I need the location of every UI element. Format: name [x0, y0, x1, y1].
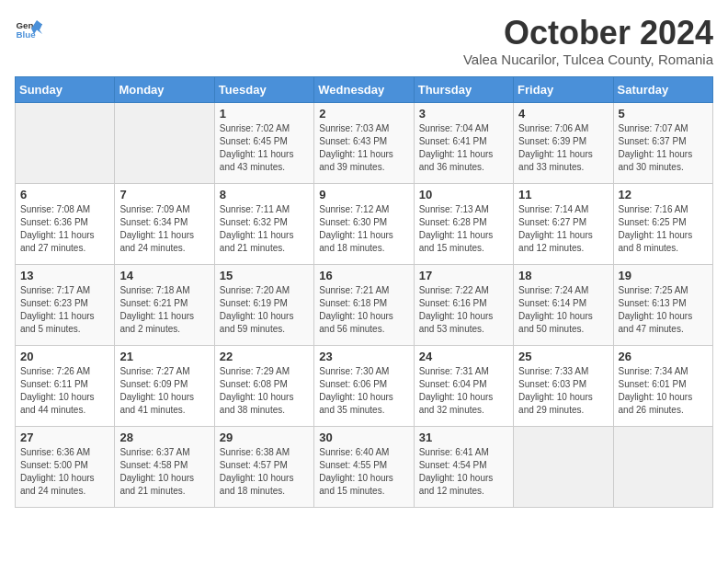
calendar-week-row: 27Sunrise: 6:36 AM Sunset: 5:00 PM Dayli… — [16, 426, 713, 507]
day-number: 15 — [220, 269, 309, 282]
day-info: Sunrise: 7:34 AM Sunset: 6:01 PM Dayligh… — [619, 365, 708, 417]
day-info: Sunrise: 7:24 AM Sunset: 6:14 PM Dayligh… — [518, 284, 608, 336]
calendar-cell: 2Sunrise: 7:03 AM Sunset: 6:43 PM Daylig… — [314, 102, 414, 183]
month-title: October 2024 — [463, 15, 713, 52]
day-number: 29 — [220, 431, 309, 444]
calendar-cell: 24Sunrise: 7:31 AM Sunset: 6:04 PM Dayli… — [414, 345, 513, 426]
calendar-cell — [613, 426, 712, 507]
weekday-header-saturday: Saturday — [613, 76, 712, 102]
calendar-cell: 28Sunrise: 6:37 AM Sunset: 4:58 PM Dayli… — [115, 426, 214, 507]
day-number: 22 — [220, 350, 309, 363]
calendar-week-row: 13Sunrise: 7:17 AM Sunset: 6:23 PM Dayli… — [16, 264, 713, 345]
page-header: General Blue October 2024 Valea Nucarilo… — [15, 15, 713, 67]
day-number: 21 — [119, 350, 209, 363]
calendar-cell: 26Sunrise: 7:34 AM Sunset: 6:01 PM Dayli… — [613, 345, 712, 426]
calendar-cell — [514, 426, 613, 507]
calendar-cell: 7Sunrise: 7:09 AM Sunset: 6:34 PM Daylig… — [115, 183, 214, 264]
day-number: 16 — [319, 269, 408, 282]
day-info: Sunrise: 7:25 AM Sunset: 6:13 PM Dayligh… — [619, 284, 708, 336]
calendar-cell: 10Sunrise: 7:13 AM Sunset: 6:28 PM Dayli… — [414, 183, 513, 264]
day-info: Sunrise: 6:41 AM Sunset: 4:54 PM Dayligh… — [419, 446, 508, 498]
day-number: 26 — [619, 350, 708, 363]
calendar-cell — [16, 102, 115, 183]
calendar-cell: 3Sunrise: 7:04 AM Sunset: 6:41 PM Daylig… — [414, 102, 513, 183]
weekday-header-monday: Monday — [115, 76, 214, 102]
calendar-cell: 25Sunrise: 7:33 AM Sunset: 6:03 PM Dayli… — [514, 345, 613, 426]
day-number: 30 — [319, 431, 408, 444]
day-info: Sunrise: 7:26 AM Sunset: 6:11 PM Dayligh… — [20, 365, 109, 417]
day-number: 17 — [419, 269, 508, 282]
day-info: Sunrise: 7:16 AM Sunset: 6:25 PM Dayligh… — [619, 203, 708, 255]
calendar-cell: 21Sunrise: 7:27 AM Sunset: 6:09 PM Dayli… — [115, 345, 214, 426]
day-number: 10 — [419, 188, 508, 201]
day-info: Sunrise: 6:36 AM Sunset: 5:00 PM Dayligh… — [20, 446, 109, 498]
day-info: Sunrise: 7:29 AM Sunset: 6:08 PM Dayligh… — [220, 365, 309, 417]
day-info: Sunrise: 7:11 AM Sunset: 6:32 PM Dayligh… — [220, 203, 309, 255]
day-number: 31 — [419, 431, 508, 444]
day-info: Sunrise: 7:27 AM Sunset: 6:09 PM Dayligh… — [119, 365, 209, 417]
day-number: 5 — [619, 107, 708, 121]
calendar-week-row: 1Sunrise: 7:02 AM Sunset: 6:45 PM Daylig… — [16, 102, 713, 183]
day-number: 2 — [319, 107, 408, 121]
calendar-cell: 6Sunrise: 7:08 AM Sunset: 6:36 PM Daylig… — [16, 183, 115, 264]
calendar-cell: 31Sunrise: 6:41 AM Sunset: 4:54 PM Dayli… — [414, 426, 513, 507]
calendar-cell: 20Sunrise: 7:26 AM Sunset: 6:11 PM Dayli… — [16, 345, 115, 426]
calendar-cell: 27Sunrise: 6:36 AM Sunset: 5:00 PM Dayli… — [16, 426, 115, 507]
calendar-cell: 19Sunrise: 7:25 AM Sunset: 6:13 PM Dayli… — [613, 264, 712, 345]
weekday-header-sunday: Sunday — [16, 76, 115, 102]
day-number: 27 — [20, 431, 109, 444]
weekday-header-friday: Friday — [514, 76, 613, 102]
calendar-cell: 14Sunrise: 7:18 AM Sunset: 6:21 PM Dayli… — [115, 264, 214, 345]
weekday-header-tuesday: Tuesday — [214, 76, 313, 102]
day-number: 8 — [220, 188, 309, 201]
calendar-cell: 17Sunrise: 7:22 AM Sunset: 6:16 PM Dayli… — [414, 264, 513, 345]
day-number: 18 — [518, 269, 608, 282]
calendar-cell: 1Sunrise: 7:02 AM Sunset: 6:45 PM Daylig… — [214, 102, 313, 183]
day-info: Sunrise: 7:17 AM Sunset: 6:23 PM Dayligh… — [20, 284, 109, 336]
weekday-header-thursday: Thursday — [414, 76, 513, 102]
day-info: Sunrise: 7:31 AM Sunset: 6:04 PM Dayligh… — [419, 365, 508, 417]
day-info: Sunrise: 7:03 AM Sunset: 6:43 PM Dayligh… — [319, 122, 408, 174]
calendar-week-row: 20Sunrise: 7:26 AM Sunset: 6:11 PM Dayli… — [16, 345, 713, 426]
day-info: Sunrise: 7:13 AM Sunset: 6:28 PM Dayligh… — [419, 203, 508, 255]
day-info: Sunrise: 7:04 AM Sunset: 6:41 PM Dayligh… — [419, 122, 508, 174]
day-info: Sunrise: 7:33 AM Sunset: 6:03 PM Dayligh… — [518, 365, 608, 417]
day-number: 28 — [119, 431, 209, 444]
calendar-cell: 5Sunrise: 7:07 AM Sunset: 6:37 PM Daylig… — [613, 102, 712, 183]
weekday-header-row: SundayMondayTuesdayWednesdayThursdayFrid… — [16, 76, 713, 102]
day-info: Sunrise: 7:18 AM Sunset: 6:21 PM Dayligh… — [119, 284, 209, 336]
day-info: Sunrise: 7:02 AM Sunset: 6:45 PM Dayligh… — [220, 122, 309, 174]
calendar-cell: 12Sunrise: 7:16 AM Sunset: 6:25 PM Dayli… — [613, 183, 712, 264]
calendar-cell — [115, 102, 214, 183]
day-info: Sunrise: 7:06 AM Sunset: 6:39 PM Dayligh… — [518, 122, 608, 174]
day-number: 6 — [20, 188, 109, 201]
day-info: Sunrise: 6:38 AM Sunset: 4:57 PM Dayligh… — [220, 446, 309, 498]
day-info: Sunrise: 7:14 AM Sunset: 6:27 PM Dayligh… — [518, 203, 608, 255]
calendar-cell: 15Sunrise: 7:20 AM Sunset: 6:19 PM Dayli… — [214, 264, 313, 345]
logo-icon: General Blue — [15, 15, 42, 42]
day-info: Sunrise: 7:09 AM Sunset: 6:34 PM Dayligh… — [119, 203, 209, 255]
day-info: Sunrise: 7:07 AM Sunset: 6:37 PM Dayligh… — [619, 122, 708, 174]
day-number: 12 — [619, 188, 708, 201]
day-number: 20 — [20, 350, 109, 363]
day-info: Sunrise: 7:20 AM Sunset: 6:19 PM Dayligh… — [220, 284, 309, 336]
day-number: 9 — [319, 188, 408, 201]
day-number: 24 — [419, 350, 508, 363]
calendar-cell: 16Sunrise: 7:21 AM Sunset: 6:18 PM Dayli… — [314, 264, 414, 345]
calendar-cell: 4Sunrise: 7:06 AM Sunset: 6:39 PM Daylig… — [514, 102, 613, 183]
calendar-table: SundayMondayTuesdayWednesdayThursdayFrid… — [15, 76, 713, 508]
day-number: 1 — [220, 107, 309, 121]
calendar-cell: 13Sunrise: 7:17 AM Sunset: 6:23 PM Dayli… — [16, 264, 115, 345]
day-info: Sunrise: 6:40 AM Sunset: 4:55 PM Dayligh… — [319, 446, 408, 498]
day-number: 11 — [518, 188, 608, 201]
day-number: 14 — [119, 269, 209, 282]
day-info: Sunrise: 6:37 AM Sunset: 4:58 PM Dayligh… — [119, 446, 209, 498]
calendar-cell: 11Sunrise: 7:14 AM Sunset: 6:27 PM Dayli… — [514, 183, 613, 264]
calendar-cell: 22Sunrise: 7:29 AM Sunset: 6:08 PM Dayli… — [214, 345, 313, 426]
calendar-cell: 29Sunrise: 6:38 AM Sunset: 4:57 PM Dayli… — [214, 426, 313, 507]
title-block: October 2024 Valea Nucarilor, Tulcea Cou… — [463, 15, 713, 67]
calendar-cell: 23Sunrise: 7:30 AM Sunset: 6:06 PM Dayli… — [314, 345, 414, 426]
calendar-cell: 9Sunrise: 7:12 AM Sunset: 6:30 PM Daylig… — [314, 183, 414, 264]
day-info: Sunrise: 7:21 AM Sunset: 6:18 PM Dayligh… — [319, 284, 408, 336]
location-subtitle: Valea Nucarilor, Tulcea County, Romania — [463, 52, 713, 67]
